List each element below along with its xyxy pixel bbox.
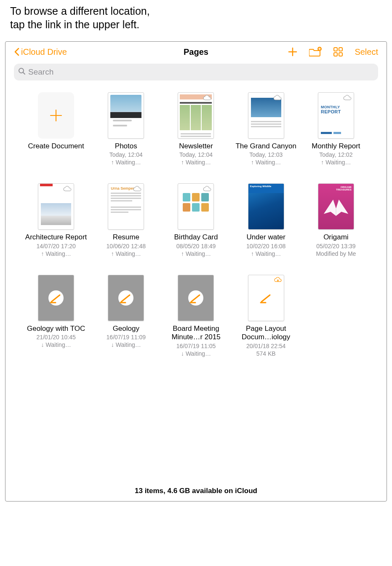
tile-thumbnail xyxy=(38,183,74,230)
document-tile-grand-canyon[interactable]: The Grand Canyon Today, 12:03 ↑Waiting… xyxy=(234,92,298,166)
create-document-tile[interactable]: Create Document xyxy=(24,92,88,166)
svg-rect-2 xyxy=(339,48,342,51)
arrow-up-icon: ↑ xyxy=(111,250,114,257)
cloud-icon xyxy=(63,185,72,192)
tile-status: ↑Waiting… xyxy=(111,159,141,166)
tile-title: Newsletter xyxy=(179,142,213,150)
document-tile-newsletter[interactable]: Newsletter Today, 12:04 ↑Waiting… xyxy=(164,92,228,166)
svg-rect-3 xyxy=(334,53,337,56)
tile-status: ↑Waiting… xyxy=(251,250,281,257)
tile-title: Origami xyxy=(323,233,349,241)
tile-title: Resume xyxy=(113,233,139,241)
back-button[interactable]: iCloud Drive xyxy=(14,47,67,57)
pages-document-icon xyxy=(117,289,135,307)
cloud-icon xyxy=(273,94,282,101)
arrow-up-icon: ↑ xyxy=(181,250,184,257)
document-tile-architecture-report[interactable]: Architecture Report 14/07/20 17:20 ↑Wait… xyxy=(24,183,88,257)
tile-title: Birthday Card xyxy=(174,233,218,241)
pages-document-icon xyxy=(257,289,275,307)
arrow-up-icon: ↑ xyxy=(321,159,324,166)
tile-title: Architecture Report xyxy=(25,233,87,241)
tile-status: ↑Waiting… xyxy=(321,159,351,166)
tile-subtitle: 05/02/20 13:39 xyxy=(316,243,355,249)
document-grid: Create Document Photos Today, 12:04 ↑Wai… xyxy=(5,85,387,370)
toolbar: iCloud Drive Pages xyxy=(5,42,387,62)
tile-status: ↓Waiting… xyxy=(181,350,211,357)
tile-thumbnail xyxy=(178,275,214,321)
document-tile-resume[interactable]: Urna Semper Resume 10/06/20 12:48 ↑Waiti… xyxy=(94,183,158,257)
document-tile-under-water[interactable]: Exploring Wildlife Under water 10/02/20 … xyxy=(234,183,298,257)
tile-title: Geology xyxy=(113,325,139,333)
pages-document-icon xyxy=(47,289,65,307)
callout-text: To browse a different location, tap the … xyxy=(10,4,153,31)
tile-status: ↑Waiting… xyxy=(41,250,71,257)
cloud-download-icon xyxy=(274,277,282,283)
search-icon xyxy=(18,67,26,77)
new-folder-button[interactable] xyxy=(309,47,322,57)
tile-title: Create Document xyxy=(28,142,84,150)
tile-title: Photos xyxy=(115,142,137,150)
view-mode-button[interactable] xyxy=(333,46,344,57)
tile-status: ↑Waiting… xyxy=(111,250,141,257)
cloud-icon xyxy=(203,94,212,101)
add-button[interactable] xyxy=(287,46,298,57)
document-browser: iCloud Drive Pages xyxy=(5,41,387,502)
arrow-up-icon: ↑ xyxy=(251,159,254,166)
tile-subtitle: 14/07/20 17:20 xyxy=(36,243,75,249)
select-button[interactable]: Select xyxy=(355,47,378,57)
pages-document-icon xyxy=(187,289,205,307)
tile-status: ↑Waiting… xyxy=(251,159,281,166)
back-label: iCloud Drive xyxy=(21,47,67,57)
tile-subtitle: 21/01/20 10:45 xyxy=(36,334,75,341)
create-document-thumb xyxy=(38,92,74,139)
arrow-up-icon: ↑ xyxy=(181,159,184,166)
arrow-up-icon: ↑ xyxy=(251,250,254,257)
tile-thumbnail xyxy=(248,275,284,321)
document-tile-geology[interactable]: Geology 16/07/19 11:09 ↓Waiting… xyxy=(94,275,158,357)
tile-thumbnail xyxy=(248,92,284,139)
document-tile-origami[interactable]: ORIGAMI TREASURES Origami 05/02/20 13:39… xyxy=(304,183,368,257)
tile-thumbnail xyxy=(178,92,214,139)
tile-thumbnail xyxy=(108,92,144,139)
thumb-text: REPORT xyxy=(321,109,351,114)
tile-thumbnail xyxy=(108,275,144,321)
tile-status: ↓Waiting… xyxy=(41,341,71,348)
arrow-up-icon: ↑ xyxy=(41,250,44,257)
tile-subtitle: 10/06/20 12:48 xyxy=(107,243,146,249)
status-bar: 13 items, 4.6 GB available on iCloud xyxy=(5,479,387,501)
search-field[interactable] xyxy=(14,64,378,80)
tile-status: Modified by Me xyxy=(316,250,356,257)
tile-subtitle: 16/07/19 11:05 xyxy=(176,343,216,349)
tile-thumbnail xyxy=(38,275,74,321)
tile-title: The Grand Canyon xyxy=(235,142,296,150)
document-tile-page-layout[interactable]: Page Layout Docum…iology 20/01/18 22:54 … xyxy=(234,275,298,357)
tile-status: 574 KB xyxy=(256,350,276,357)
thumb-text: ORIGAMI TREASURES xyxy=(331,186,352,191)
empty-space xyxy=(5,370,387,479)
tile-status: ↑Waiting… xyxy=(181,250,211,257)
tile-title: Board Meeting Minute…r 2015 xyxy=(164,325,228,342)
tile-thumbnail: Urna Semper xyxy=(108,183,144,230)
tile-subtitle: 20/01/18 22:54 xyxy=(246,343,285,349)
cloud-icon xyxy=(203,185,212,192)
document-tile-board-meeting[interactable]: Board Meeting Minute…r 2015 16/07/19 11:… xyxy=(164,275,228,357)
tile-subtitle: Today, 12:02 xyxy=(319,151,352,158)
origami-crane-icon xyxy=(322,191,350,220)
search-input[interactable] xyxy=(28,67,374,77)
thumb-text: Exploring Wildlife xyxy=(250,185,272,188)
svg-rect-1 xyxy=(334,48,337,51)
document-tile-geology-toc[interactable]: Geology with TOC 21/01/20 10:45 ↓Waiting… xyxy=(24,275,88,357)
document-tile-birthday-card[interactable]: Birthday Card 08/05/20 18:49 ↑Waiting… xyxy=(164,183,228,257)
document-tile-monthly-report[interactable]: MONTHLY REPORT Monthly Report Today, 12:… xyxy=(304,92,368,166)
tile-title: Page Layout Docum…iology xyxy=(234,325,298,342)
document-tile-photos[interactable]: Photos Today, 12:04 ↑Waiting… xyxy=(94,92,158,166)
tile-title: Monthly Report xyxy=(312,142,360,150)
chevron-left-icon xyxy=(14,48,19,56)
thumb-text: MONTHLY xyxy=(321,105,351,109)
tile-thumbnail: ORIGAMI TREASURES xyxy=(318,183,354,230)
arrow-up-icon: ↑ xyxy=(111,159,114,166)
tile-thumbnail: Exploring Wildlife xyxy=(248,183,284,230)
arrow-down-icon: ↓ xyxy=(111,341,114,348)
arrow-down-icon: ↓ xyxy=(41,341,44,348)
tile-subtitle: Today, 12:03 xyxy=(249,151,283,158)
